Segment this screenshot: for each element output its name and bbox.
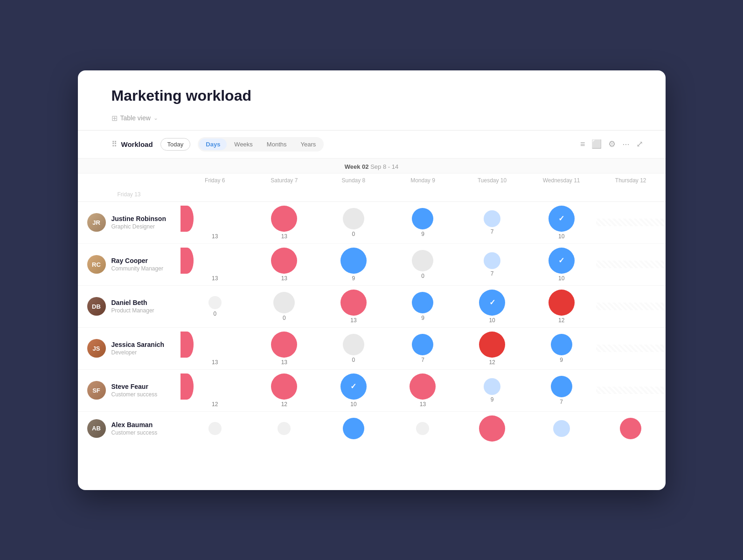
workload-bubble xyxy=(549,290,575,316)
expand-icon[interactable]: ⤢ xyxy=(636,139,643,149)
table-row: RC Ray Cooper Community Manager 13 xyxy=(78,244,666,286)
people-rows-container: JR Justine Robinson Graphic Designer 13 xyxy=(78,202,666,445)
day-cell xyxy=(458,412,527,445)
workload-bubble xyxy=(551,334,572,355)
view-label: Table view xyxy=(120,114,151,122)
workload-bubble xyxy=(484,210,500,227)
day-cell: 13 xyxy=(388,370,458,411)
workload-bubble xyxy=(412,292,433,313)
person-role: Developer xyxy=(111,349,165,356)
cell-value: 7 xyxy=(560,399,563,405)
day-cell: 13 xyxy=(181,244,250,285)
person-info-justine: JR Justine Robinson Graphic Designer xyxy=(78,207,181,237)
person-name: Justine Robinson xyxy=(111,215,166,222)
view-selector[interactable]: ⊞ Table view ⌄ xyxy=(111,114,643,123)
today-button[interactable]: Today xyxy=(160,138,191,151)
day-cell: 7 xyxy=(527,372,596,409)
day-cell xyxy=(596,414,666,443)
week-header: Week 02 Sep 8 - 14 xyxy=(78,159,666,173)
workload-bubble: ✓ xyxy=(479,290,505,316)
workload-bubble xyxy=(479,332,505,358)
avatar: AB xyxy=(87,419,106,438)
cell-value: 12 xyxy=(489,359,495,366)
cell-value: 13 xyxy=(420,401,426,408)
workload-bubble xyxy=(273,292,295,313)
avatar: SF xyxy=(87,381,106,400)
workload-bubble xyxy=(412,334,433,355)
table-row: JS Jessica Saranich Developer 13 xyxy=(78,328,666,370)
cell-value: 10 xyxy=(558,233,564,240)
day-header-monday9: Monday 9 xyxy=(388,173,458,187)
check-icon: ✓ xyxy=(558,256,564,265)
day-cell: 13 xyxy=(319,286,389,327)
cell-value: 10 xyxy=(350,401,356,408)
day-cell: 0 xyxy=(250,288,319,325)
cell-value: 13 xyxy=(281,233,287,240)
avatar: JR xyxy=(87,213,106,232)
workload-bubble xyxy=(479,415,505,442)
tab-weeks[interactable]: Weeks xyxy=(228,138,259,150)
workload-bubble xyxy=(343,208,364,229)
tab-months[interactable]: Months xyxy=(260,138,293,150)
workload-bubble xyxy=(271,332,297,358)
table-row: AB Alex Bauman Customer success xyxy=(78,412,666,445)
day-cell: 12 xyxy=(458,328,527,369)
tab-days[interactable]: Days xyxy=(199,138,227,150)
drag-handle-icon: ⠿ xyxy=(111,140,118,149)
day-header-wednesday11: Wednesday 11 xyxy=(527,173,596,187)
day-cell xyxy=(596,345,666,352)
day-cell xyxy=(596,219,666,226)
cell-value: 13 xyxy=(212,233,218,240)
app-window: Marketing workload ⊞ Table view ⌄ ⠿ Work… xyxy=(78,70,666,490)
table-row: JR Justine Robinson Graphic Designer 13 xyxy=(78,202,666,244)
cell-value: 13 xyxy=(212,359,218,366)
cell-value: 7 xyxy=(491,270,494,277)
page-header: Marketing workload ⊞ Table view ⌄ xyxy=(78,70,666,131)
workload-bubble xyxy=(340,290,367,316)
day-cell: 12 xyxy=(250,370,319,411)
layout-icon[interactable]: ⬜ xyxy=(591,139,602,149)
workload-bubble xyxy=(278,422,291,435)
workload-bubble xyxy=(410,373,436,400)
week-label: Week 02 xyxy=(345,163,369,170)
cell-value: 7 xyxy=(421,357,424,363)
day-cell: ✓ 10 xyxy=(527,202,596,243)
person-name: Daniel Beth xyxy=(111,299,154,306)
week-range: Sep 8 - 14 xyxy=(370,163,398,170)
day-cell: 12 xyxy=(527,286,596,327)
workload-bubble xyxy=(343,418,364,439)
workload-bubble: ✓ xyxy=(340,373,367,400)
day-cell: 9 xyxy=(458,374,527,407)
cell-value: 0 xyxy=(352,357,355,363)
workload-text: Workload xyxy=(121,140,153,148)
settings-icon[interactable]: ⚙ xyxy=(608,139,616,149)
day-cell: 12 xyxy=(181,370,250,411)
workload-bubble xyxy=(484,378,500,395)
avatar: DB xyxy=(87,297,106,316)
day-cell: 0 xyxy=(181,292,250,321)
person-role: Customer success xyxy=(111,391,158,398)
workload-bubble xyxy=(412,250,433,271)
day-cell: 13 xyxy=(181,202,250,243)
day-cell: 7 xyxy=(388,330,458,367)
time-period-tabs: Days Weeks Months Years xyxy=(198,137,324,152)
workload-bubble xyxy=(553,420,570,437)
person-role: Customer success xyxy=(111,429,158,436)
more-options-icon[interactable]: ··· xyxy=(622,139,629,149)
person-info-daniel: DB Daniel Beth Product Manager xyxy=(78,291,181,321)
filter-icon[interactable]: ≡ xyxy=(580,139,585,149)
workload-bubble xyxy=(551,376,572,397)
day-header-tuesday10: Tuesday 10 xyxy=(458,173,527,187)
cell-value: 0 xyxy=(421,273,424,279)
cell-value: 9 xyxy=(421,315,424,321)
day-cell: ✓ 10 xyxy=(319,370,389,411)
workload-bubble xyxy=(271,373,297,400)
day-header-saturday7: Saturday 7 xyxy=(250,173,319,187)
table-row: SF Steve Feaur Customer success 12 xyxy=(78,370,666,412)
tab-years[interactable]: Years xyxy=(294,138,323,150)
day-cell: 9 xyxy=(388,204,458,241)
day-cell xyxy=(388,418,458,439)
chevron-down-icon: ⌄ xyxy=(153,115,158,121)
person-info-jessica: JS Jessica Saranich Developer xyxy=(78,333,181,363)
check-icon: ✓ xyxy=(489,298,495,307)
